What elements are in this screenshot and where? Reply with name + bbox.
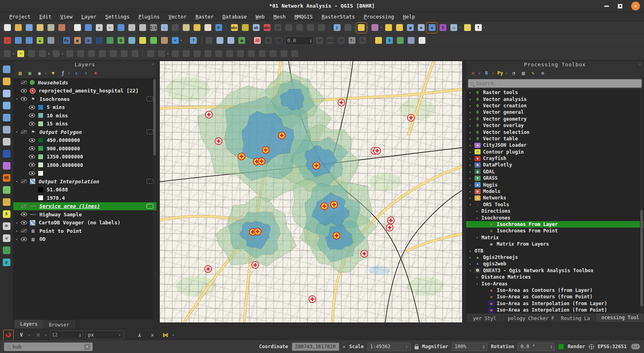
dropdown-caret-icon[interactable]: ▾ bbox=[459, 26, 461, 29]
epsg-label[interactable]: EPSG:32651 bbox=[598, 344, 627, 349]
layer-visibility-eye-icon[interactable] bbox=[29, 163, 35, 167]
toolbox-item[interactable]: ◉Iso-Area as Contours (from Layer) bbox=[466, 287, 644, 293]
pan-to-selection-icon[interactable] bbox=[83, 23, 93, 33]
expander-icon[interactable]: ▸ bbox=[469, 110, 475, 114]
toolbox-item[interactable]: ▸▲Qgis2threejs bbox=[466, 254, 644, 261]
route-layer-icon[interactable] bbox=[374, 36, 384, 45]
layer-row[interactable]: 15 mins bbox=[13, 120, 157, 128]
menu-view[interactable]: View bbox=[57, 13, 76, 21]
expander-icon[interactable]: ▸ bbox=[16, 221, 21, 225]
dropdown-caret-icon[interactable]: ▾ bbox=[380, 26, 382, 29]
layer-filter-badge-icon[interactable] bbox=[147, 179, 153, 184]
add-wfs-layer-icon[interactable] bbox=[24, 36, 34, 45]
layer-row[interactable]: 51.0688 bbox=[13, 186, 157, 194]
menu-mesh[interactable]: Mesh bbox=[270, 13, 289, 21]
add-point-cluster-layer-icon[interactable] bbox=[2, 88, 11, 98]
cityjson-loader-icon[interactable] bbox=[2, 161, 11, 170]
toolbox-scrollbar[interactable] bbox=[640, 89, 643, 313]
models-menu-icon[interactable]: ⚙ bbox=[469, 70, 477, 77]
expander-icon[interactable]: ▾ bbox=[16, 97, 21, 101]
osm-place-search-icon[interactable] bbox=[46, 36, 56, 45]
hospital-marker[interactable] bbox=[215, 138, 222, 145]
layer-visibility-eye-icon[interactable] bbox=[21, 229, 27, 233]
layer-row[interactable] bbox=[13, 169, 157, 178]
expander-icon[interactable]: ▾ bbox=[476, 236, 481, 240]
toolbox-item[interactable]: ◎Isochrones From Point bbox=[466, 228, 644, 234]
menu-help[interactable]: Help bbox=[399, 13, 419, 21]
expander-icon[interactable]: ▸ bbox=[469, 104, 475, 108]
layer-row[interactable]: Households bbox=[13, 78, 157, 87]
layer-row[interactable]: Service area (lines) bbox=[13, 202, 157, 211]
layer-visibility-eye-icon[interactable] bbox=[29, 155, 35, 159]
layer-labeling-icon[interactable]: abc bbox=[229, 23, 239, 33]
menu-rasterstats[interactable]: RasterStats bbox=[318, 13, 359, 21]
processing-toolbox-icon[interactable]: ✱ bbox=[427, 23, 437, 33]
hospital-marker[interactable] bbox=[374, 148, 381, 154]
zoom-out-icon[interactable]: − bbox=[105, 23, 115, 33]
expander-icon[interactable]: ▸ bbox=[469, 196, 475, 200]
r-scripts-menu-icon[interactable]: R bbox=[483, 70, 490, 77]
tracking-icon[interactable]: ✳ bbox=[343, 344, 346, 349]
hospital-marker-selected[interactable] bbox=[254, 228, 261, 235]
toolbox-item[interactable]: ▸♦GRASS bbox=[466, 175, 644, 181]
toolbox-group[interactable]: ▸Distance Matrices bbox=[466, 274, 644, 280]
refresh-plugin-icon[interactable]: ⟳ bbox=[2, 221, 11, 231]
topological-editing-icon[interactable]: ⋏ bbox=[134, 330, 145, 340]
toolbox-item[interactable]: ▸▪CityJSON Loader bbox=[466, 142, 644, 148]
expander-icon[interactable]: ▸ bbox=[469, 117, 475, 121]
toolbox-item[interactable]: ◉Iso-Area as Contours (from Point) bbox=[466, 293, 644, 300]
toolbox-item[interactable]: ▸✱Hqgis bbox=[466, 181, 644, 188]
open-layer-styling-panel-icon[interactable]: ▨ bbox=[17, 70, 24, 77]
history-icon[interactable]: ◔ bbox=[510, 70, 517, 77]
expander-icon[interactable]: ▾ bbox=[476, 282, 481, 286]
dropdown-caret-icon[interactable]: ▾ bbox=[506, 72, 508, 75]
select-by-form-icon[interactable] bbox=[394, 23, 404, 33]
qgis2web-icon[interactable] bbox=[149, 36, 158, 45]
hospital-marker-selected[interactable] bbox=[321, 203, 328, 210]
dock-float-icon[interactable]: ▫ bbox=[639, 62, 642, 66]
dock-tab-pology-checker-pa[interactable]: pology Checker Pa bbox=[503, 314, 554, 322]
layer-row[interactable]: 10 mins bbox=[13, 111, 157, 120]
identify-features-icon[interactable]: i bbox=[332, 23, 342, 33]
filter-legend-icon[interactable]: ▼ bbox=[50, 70, 57, 77]
profile-chart-icon[interactable] bbox=[407, 36, 416, 45]
statistics-summary-icon[interactable]: ⊞ bbox=[416, 23, 426, 33]
hospital-marker[interactable] bbox=[206, 111, 213, 118]
collapse-all-icon[interactable]: ⇑ bbox=[83, 70, 90, 77]
text-annotation-icon[interactable]: T bbox=[473, 23, 483, 33]
menu-vector[interactable]: Vector bbox=[165, 13, 190, 21]
expander-icon[interactable]: ▸ bbox=[469, 143, 475, 147]
snapping-vertex-icon[interactable]: ∷ bbox=[33, 330, 43, 340]
expander-icon[interactable]: ▸ bbox=[469, 137, 475, 141]
globe-viewer-icon[interactable] bbox=[94, 36, 104, 45]
layer-visibility-eye-icon[interactable] bbox=[21, 221, 27, 225]
hospital-marker[interactable] bbox=[388, 217, 394, 224]
layer-row[interactable]: ▸▥OD bbox=[13, 235, 157, 244]
dock-tab-browser[interactable]: Browser bbox=[43, 321, 74, 328]
layer-row[interactable]: Highway Sample bbox=[13, 210, 157, 219]
toolbox-item[interactable]: ◉Iso-Area as Interpolation (from Point) bbox=[466, 307, 644, 313]
remove-layer-icon[interactable]: ✖ bbox=[92, 70, 99, 77]
hospital-marker-selected[interactable] bbox=[313, 162, 320, 169]
layer-row[interactable]: ▸▥Point to Point bbox=[13, 227, 157, 235]
project-new-icon[interactable] bbox=[2, 23, 12, 33]
style-manager-icon[interactable] bbox=[57, 23, 66, 33]
map-tips-icon[interactable] bbox=[462, 23, 472, 33]
dropdown-caret-icon[interactable]: ▾ bbox=[167, 52, 169, 55]
osm-search-icon[interactable] bbox=[2, 185, 11, 195]
layer-visibility-eye-icon[interactable] bbox=[29, 146, 35, 150]
expander-icon[interactable]: ▸ bbox=[469, 176, 475, 180]
layer-row[interactable]: 1350.0000000 bbox=[13, 153, 157, 161]
layer-filter-badge-icon[interactable] bbox=[147, 204, 153, 209]
python-console-icon[interactable]: Py bbox=[62, 36, 71, 45]
layer-visibility-eye-icon[interactable] bbox=[21, 97, 27, 101]
expander-icon[interactable]: ▸ bbox=[469, 262, 475, 266]
toolbox-item[interactable]: ◉Iso-Area as Interpolation (from Layer) bbox=[466, 300, 644, 307]
snapping-mode-icon[interactable]: V bbox=[16, 330, 27, 340]
layer-row[interactable]: 900.0000000 bbox=[13, 144, 157, 153]
toolbox-item[interactable]: ▸✱qgis2web bbox=[466, 261, 644, 267]
project-open-icon[interactable] bbox=[13, 23, 23, 33]
layer-visibility-eye-icon[interactable] bbox=[29, 122, 35, 126]
zoom-to-layer-icon[interactable] bbox=[127, 23, 136, 33]
filter-by-expression-icon[interactable]: ƒ bbox=[59, 70, 66, 77]
